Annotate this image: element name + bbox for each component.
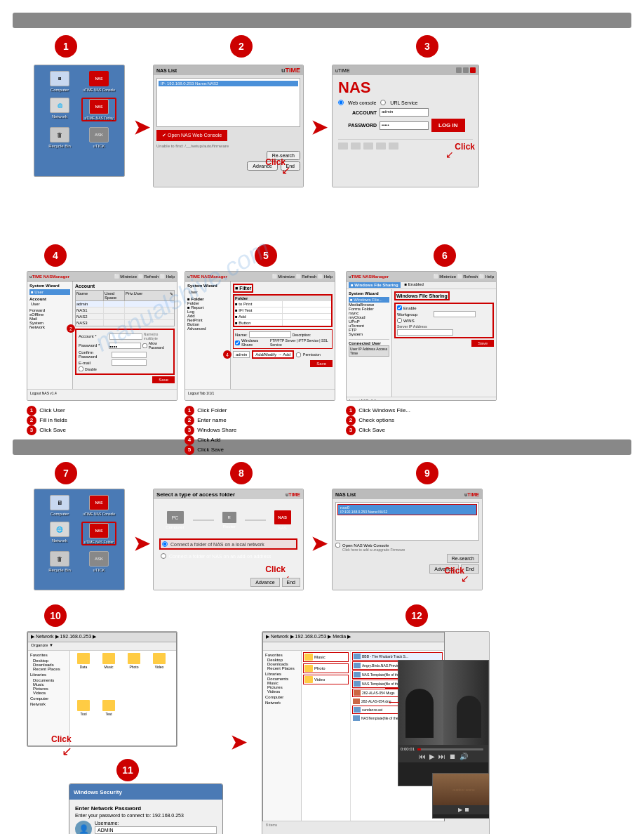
web-console-radio[interactable] xyxy=(338,100,344,105)
logout-link-6[interactable]: Logout NAS v1.4 xyxy=(349,399,376,401)
show-password-check[interactable] xyxy=(142,343,147,348)
nas-list-entry1[interactable]: IP: 192.168.0.253 Name:NAS2 xyxy=(159,81,298,86)
itime-logo-8: uTIME xyxy=(286,492,300,497)
nav-libraries[interactable]: Libraries xyxy=(30,673,67,677)
nas-title: NAS xyxy=(338,79,473,97)
disable-check[interactable] xyxy=(79,366,83,371)
section1-row: 1 🖥 Computer NAS uTIME NAS Console 🌐 xyxy=(13,35,631,239)
section2-row: 4 uTIME NASManager ⬜ Minimize ⬜ Refresh … xyxy=(13,244,631,434)
advance-btn-8[interactable]: Advance xyxy=(250,578,279,587)
section4-row: 10 ▶ Network ▶ 192.168.0.253 ▶ Organize … xyxy=(13,604,631,834)
step5-circle: 5 xyxy=(255,244,277,267)
folder-photo[interactable]: Photo xyxy=(123,653,145,697)
login-window-title: uTIME xyxy=(335,68,350,73)
nav-libraries-12[interactable]: Libraries xyxy=(265,672,299,676)
sidebar-user2[interactable]: User xyxy=(29,301,70,307)
search-result-entry[interactable]: nas0 IP:192.168.0.253 Name:NAS2 xyxy=(337,504,477,515)
enable-smb-check[interactable] xyxy=(397,305,402,310)
url-service-radio[interactable] xyxy=(380,100,386,105)
end-btn-8[interactable]: End xyxy=(282,578,300,587)
folder-select-title: Select a type of access folder xyxy=(156,491,235,498)
perms-check[interactable] xyxy=(296,352,301,357)
red-arrow-file1 xyxy=(385,688,399,689)
step7-desktop: 🖥 Computer NAS uTIME NAS Console 🌐 Netwo… xyxy=(34,489,125,590)
nav-network-12[interactable]: Network xyxy=(265,701,299,705)
explorer-title-12: ▶ Network ▶ 192.168.0.253 ▶ Media ▶ xyxy=(266,634,351,639)
player2-stop[interactable]: ⏹ xyxy=(464,807,470,813)
sidebar-wfs[interactable]: ■ Windows File... xyxy=(349,297,389,303)
sidebar-user[interactable]: ■ User xyxy=(29,289,70,295)
sidebar-advanced-5[interactable]: Advanced xyxy=(187,326,228,331)
step3-login: uTIME NAS Web console URL Service xyxy=(332,65,479,187)
nav-favorites-12[interactable]: Favorites xyxy=(265,653,299,657)
player-vol[interactable]: 🔊 xyxy=(459,753,468,760)
nav-videos-12[interactable]: Videos xyxy=(267,689,299,694)
nas-manager-logo-4: uTIME NASManager xyxy=(29,274,69,279)
save-btn-5[interactable]: Save xyxy=(310,360,333,367)
save-btn-4[interactable]: Save xyxy=(152,376,175,383)
search-result-title: NAS List xyxy=(335,492,356,497)
click-label-10: Click xyxy=(51,734,72,744)
step10-circle: 10 xyxy=(44,604,67,627)
step5-list: 1 Click Folder 2 Enter name 3 Windows Sh… xyxy=(185,406,236,455)
windows-share-check[interactable] xyxy=(235,340,240,345)
logout-link-4[interactable]: Logout NAS v1.4 xyxy=(30,391,57,395)
nav-computer[interactable]: Computer xyxy=(30,696,67,701)
folder-test[interactable]: Test xyxy=(98,700,120,744)
sidebar-system2[interactable]: System xyxy=(349,332,389,336)
open-nas-console-btn[interactable]: ✔ Open NAS Web Console xyxy=(156,130,227,141)
folder-data[interactable]: Data xyxy=(72,653,95,697)
sidebar-user-5[interactable]: User xyxy=(187,289,228,295)
arrow7-8: ➤ xyxy=(133,532,149,555)
account-input[interactable]: admin xyxy=(380,108,429,117)
step6-list: 1 Click Windows File... 2 Check options … xyxy=(346,406,410,435)
local-network-option[interactable]: Connect a folder of NAS on a local netwo… xyxy=(159,538,297,550)
step6-nas-manager: uTIME NASManager ⬜ Minimize ⬜ Refresh ⬜ … xyxy=(346,271,497,401)
explorer-statusbar-12: 8 items xyxy=(263,821,444,828)
step4-list: 1 Click User 2 Fill in fields 3 Click Sa… xyxy=(27,406,67,435)
itime-logo-9: uTIME xyxy=(464,492,479,497)
login-button[interactable]: LOG IN xyxy=(431,119,465,132)
nav-computer-12[interactable]: Computer xyxy=(265,695,299,699)
photo-folder[interactable]: Photo xyxy=(303,663,349,673)
music-folder[interactable]: Music xyxy=(303,652,349,662)
folder-tool[interactable]: Tool xyxy=(72,700,95,744)
cursor-3: ↙ xyxy=(445,149,454,160)
nav-videos[interactable]: Videos xyxy=(33,691,67,695)
step1-circle: 1 xyxy=(55,35,77,58)
account-label: ACCOUNT xyxy=(338,110,377,115)
player-play[interactable]: ▶ xyxy=(429,753,435,760)
player-stop[interactable]: ⏹ xyxy=(449,753,456,760)
username-input-11[interactable] xyxy=(95,826,217,834)
smb-tab[interactable]: ■ Enabled xyxy=(405,282,424,288)
player-prev[interactable]: ⏮ xyxy=(419,753,426,760)
player-next[interactable]: ⏭ xyxy=(438,753,445,760)
folder-video[interactable]: Video xyxy=(148,653,170,697)
step8-folder-select: Select a type of access folder uTIME PC … xyxy=(153,489,304,590)
wins-check[interactable] xyxy=(397,318,402,323)
step12-media-browser: ▶ Network ▶ 192.168.0.253 ▶ Media ▶ Favo… xyxy=(262,631,490,834)
nas-manager-logo-6: uTIME NASManager xyxy=(349,274,389,279)
media-player: 0:00:01 ⏮ ▶ ⏭ ⏹ 🔊 xyxy=(398,660,489,786)
section3-row: 7 🖥 Computer NAS uTIME NAS Console 🌐 xyxy=(13,462,631,599)
open-web-console-check[interactable]: Open NAS Web Console xyxy=(335,543,479,548)
nav-network[interactable]: Network xyxy=(30,702,67,706)
url-service-label: URL Service xyxy=(390,100,417,105)
windows-file-tab[interactable]: ■ Windows File Sharing xyxy=(349,282,401,288)
nav-favorites[interactable]: Favorites xyxy=(30,653,67,657)
logout-link-5[interactable]: Logout Tab 1/1/1 xyxy=(188,391,214,395)
player2-play[interactable]: ▶ xyxy=(458,807,462,813)
video-folder[interactable]: Video xyxy=(303,675,349,684)
folder-music[interactable]: Music xyxy=(98,653,120,697)
page-container: manualshive.com 1 🖥 Computer NAS uTIME N… xyxy=(0,0,644,834)
step2-circle: 2 xyxy=(230,35,253,58)
sidebar-network[interactable]: Network xyxy=(29,325,70,329)
section1-banner xyxy=(13,13,631,28)
nav-recentplaces-12[interactable]: Recent Places xyxy=(267,666,299,670)
step12-circle: 12 xyxy=(405,604,428,627)
re-search-btn-9[interactable]: Re-search xyxy=(447,554,479,563)
save-btn-6[interactable]: Save xyxy=(471,340,494,347)
nav-recentplaces[interactable]: Recent Places xyxy=(33,667,67,671)
password-input[interactable]: ••••• xyxy=(380,121,429,130)
addon-option[interactable]: Connect a folder of NAS on an add-on add… xyxy=(159,552,297,560)
